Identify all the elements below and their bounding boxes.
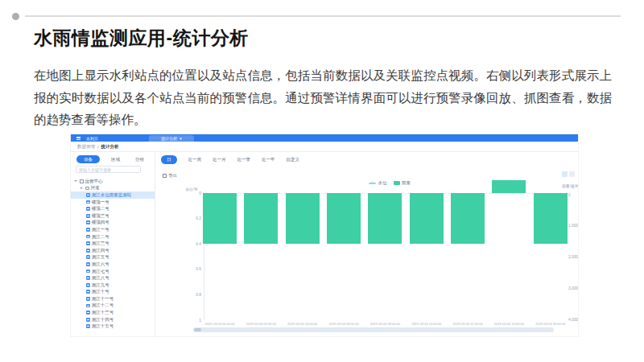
x-axis-tick: 2019-03-04 06:00:00 xyxy=(323,322,365,326)
tree-item-label: 测江十二号 xyxy=(92,302,114,308)
tree-item-label: 测江五号 xyxy=(92,254,109,260)
x-axis-tick: 2019-03-04 14:00:00 xyxy=(488,322,530,326)
caret-down-icon[interactable] xyxy=(74,180,77,182)
nav-tab-statistics[interactable]: 统计分析 ▾ xyxy=(149,135,194,142)
tree-item[interactable]: 楼顶二号 xyxy=(71,205,155,212)
tree-item[interactable]: 测江四号 xyxy=(71,247,155,254)
station-icon xyxy=(86,207,90,211)
x-axis-tick: 2019-03-04 00:00:00 xyxy=(199,322,241,326)
tree-item[interactable]: 楼顶三号 xyxy=(71,212,155,220)
rainfall-bar xyxy=(203,193,237,244)
breadcrumb-parent[interactable]: 数据管理 xyxy=(77,144,95,150)
rainfall-bar xyxy=(368,193,402,244)
left-axis-tick: 0.6 xyxy=(184,267,201,271)
tree-item-label: 测江七号 xyxy=(92,269,109,274)
right-axis-tick: 3,000 xyxy=(568,286,578,290)
tree-item[interactable]: 测江十号 xyxy=(71,289,155,296)
station-icon xyxy=(86,311,90,315)
time-range-tab[interactable]: 近一年 xyxy=(262,157,275,162)
tree-item[interactable]: 测江十二号 xyxy=(71,302,155,310)
tree-item[interactable]: 测江五号 xyxy=(71,254,155,261)
rainfall-bar xyxy=(534,193,568,244)
sidebar-tab[interactable]: 设备 xyxy=(76,155,100,163)
tree-item[interactable]: 测江一号 xyxy=(71,226,155,233)
x-axis-tick: 2019-03-04 04:00:00 xyxy=(282,322,324,326)
time-range-tab[interactable]: 近一周 xyxy=(188,157,202,162)
tree-item-label: 楼顶三号 xyxy=(92,213,109,219)
station-icon xyxy=(86,324,90,328)
left-axis-tick: 0.2 xyxy=(184,216,201,220)
tree-item-label: 测江十一号 xyxy=(92,296,114,302)
time-range-tab-group: 日近一周近一月近一季近一年自定义 xyxy=(161,155,299,164)
legend-label: 水位 xyxy=(378,180,387,186)
tree-item-label: 运营中心 xyxy=(85,179,103,184)
legend-item[interactable]: 水位 xyxy=(369,180,387,186)
nav-tab-label: 统计分析 xyxy=(161,136,177,141)
tree-item-label: 测江十号 xyxy=(92,289,109,294)
tree-item[interactable]: 测江十三号 xyxy=(71,309,155,316)
tree-item[interactable]: 测江七号 xyxy=(71,268,155,275)
tree-group[interactable]: 河道 xyxy=(71,185,155,192)
station-icon xyxy=(86,214,90,218)
chart-scrollbar-thumb[interactable] xyxy=(194,328,201,331)
tree-item-label: 河道 xyxy=(91,185,100,191)
station-icon xyxy=(86,249,90,253)
tree-item[interactable]: 测江九号 xyxy=(71,282,155,289)
tree-item-label: 楼顶二号 xyxy=(92,206,109,212)
left-axis-tick: 0 xyxy=(184,191,201,195)
station-icon xyxy=(86,269,90,274)
right-axis-tick: 4,000 xyxy=(568,318,578,322)
chart-toolbox xyxy=(562,171,575,177)
rainfall-bar xyxy=(244,193,278,244)
tree-item[interactable]: 测江二号 xyxy=(71,233,155,241)
tree-item[interactable]: 测江八号 xyxy=(71,274,155,282)
sidebar-tab[interactable]: 分组 xyxy=(131,155,148,163)
tree-item[interactable]: 测江六号 xyxy=(71,261,155,268)
tree-item[interactable]: 测江三号 xyxy=(71,240,155,247)
legend-item[interactable]: 雨量 xyxy=(394,180,411,186)
search-input[interactable] xyxy=(76,166,141,173)
x-axis-tick: 2019-03-04 16:00:00 xyxy=(530,322,572,326)
chevron-down-icon: ▾ xyxy=(180,136,182,141)
breadcrumb: 数据管理 / 统计分析 xyxy=(77,144,119,150)
presentation-slide: 水雨情监测应用-统计分析 在地图上显示水利站点的位置以及站点信息，包括当前数据以… xyxy=(0,0,644,362)
time-range-tab[interactable]: 日 xyxy=(161,155,177,164)
chart-save-image-icon[interactable] xyxy=(569,171,575,177)
tree-item[interactable]: 测江十四号 xyxy=(71,316,155,323)
station-icon xyxy=(86,290,90,294)
rainfall-bar xyxy=(286,193,320,244)
breadcrumb-current: 统计分析 xyxy=(101,144,119,150)
tree-root[interactable]: 运营中心 xyxy=(71,178,155,185)
tree-item-label: 测江二号 xyxy=(92,234,109,240)
slide-title: 水雨情监测应用-统计分析 xyxy=(34,26,249,51)
app-top-navbar: 水利云 统计分析 ▾ xyxy=(71,134,578,142)
time-range-tab[interactable]: 自定义 xyxy=(287,157,300,162)
tree-item-label: 测江九号 xyxy=(92,282,109,288)
station-icon xyxy=(86,297,90,301)
app-screenshot: 水利云 统计分析 ▾ 数据管理 / 统计分析 设备区域分组 运营中心河道测江水位… xyxy=(71,134,578,336)
x-axis-tick: 2019-03-04 10:00:00 xyxy=(406,322,448,326)
chart-scrollbar[interactable] xyxy=(193,327,554,332)
time-range-tab[interactable]: 近一季 xyxy=(237,157,251,162)
sidebar-tab[interactable]: 区域 xyxy=(107,155,124,163)
tree-item-label: 楼顶四号 xyxy=(92,220,109,225)
menu-icon[interactable] xyxy=(76,137,80,140)
tree-item[interactable]: 楼顶一号 xyxy=(71,199,155,206)
tree-item[interactable]: 测江十一号 xyxy=(71,295,155,302)
right-axis-tick: 2,000 xyxy=(568,255,578,259)
caret-down-icon[interactable] xyxy=(80,187,83,189)
tree-item[interactable]: 楼顶四号 xyxy=(71,220,155,227)
tree-item-selected[interactable]: 测江水位雨量监测站 xyxy=(71,191,155,199)
station-icon xyxy=(86,228,90,232)
station-icon xyxy=(86,200,90,204)
tree-item-label: 测江水位雨量监测站 xyxy=(92,192,132,198)
rainfall-bar xyxy=(410,193,444,244)
station-icon xyxy=(86,235,90,239)
chart-legend: 水位雨量 xyxy=(369,180,411,186)
tree-item[interactable]: 测江十五号 xyxy=(71,323,155,330)
breadcrumb-separator: / xyxy=(97,145,99,150)
time-range-tab[interactable]: 近一月 xyxy=(213,157,226,162)
x-axis-tick: 2019-03-04 02:00:00 xyxy=(240,322,282,326)
tree-item-label: 测江三号 xyxy=(92,241,109,246)
chart-view-toggle-icon[interactable] xyxy=(562,171,568,177)
